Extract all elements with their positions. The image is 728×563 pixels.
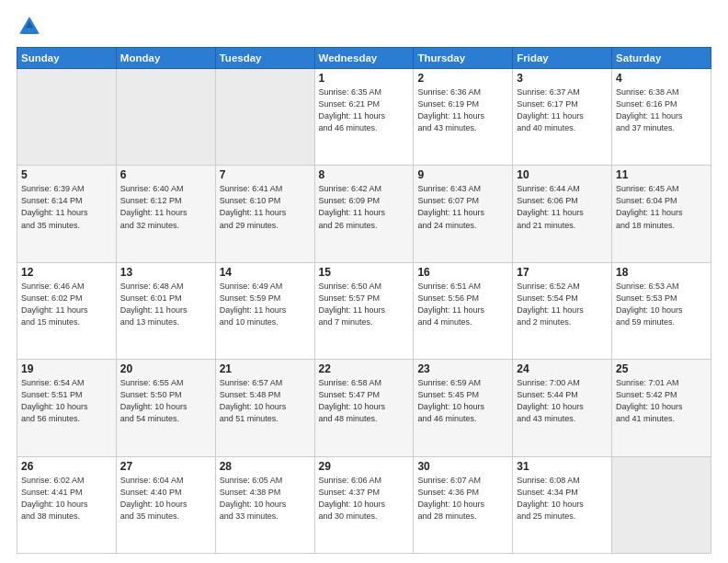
calendar-cell: 29Sunrise: 6:06 AM Sunset: 4:37 PM Dayli…	[314, 456, 414, 553]
calendar-cell: 10Sunrise: 6:44 AM Sunset: 6:06 PM Dayli…	[513, 166, 612, 262]
day-info: Sunrise: 6:59 AM Sunset: 5:45 PM Dayligh…	[417, 377, 508, 425]
calendar-cell: 16Sunrise: 6:51 AM Sunset: 5:56 PM Dayli…	[414, 262, 513, 359]
day-info: Sunrise: 7:01 AM Sunset: 5:42 PM Dayligh…	[616, 377, 707, 425]
calendar-week-row: 1Sunrise: 6:35 AM Sunset: 6:21 PM Daylig…	[17, 69, 711, 166]
calendar-cell: 8Sunrise: 6:42 AM Sunset: 6:09 PM Daylig…	[314, 166, 414, 262]
day-number: 29	[319, 460, 410, 473]
day-number: 12	[21, 266, 112, 279]
day-number: 20	[120, 362, 211, 375]
day-number: 15	[319, 266, 410, 279]
day-info: Sunrise: 6:05 AM Sunset: 4:38 PM Dayligh…	[220, 475, 311, 523]
calendar-cell: 27Sunrise: 6:04 AM Sunset: 4:40 PM Dayli…	[116, 456, 215, 553]
calendar-cell: 3Sunrise: 6:37 AM Sunset: 6:17 PM Daylig…	[513, 69, 612, 166]
calendar-cell: 12Sunrise: 6:46 AM Sunset: 6:02 PM Dayli…	[17, 262, 117, 359]
svg-rect-2	[24, 29, 35, 34]
day-number: 13	[120, 266, 211, 279]
day-info: Sunrise: 6:06 AM Sunset: 4:37 PM Dayligh…	[319, 475, 410, 523]
weekday-header-row: SundayMondayTuesdayWednesdayThursdayFrid…	[17, 48, 711, 69]
day-info: Sunrise: 6:04 AM Sunset: 4:40 PM Dayligh…	[120, 475, 211, 523]
calendar-table: SundayMondayTuesdayWednesdayThursdayFrid…	[17, 47, 711, 554]
calendar-cell: 5Sunrise: 6:39 AM Sunset: 6:14 PM Daylig…	[17, 166, 117, 262]
calendar-cell: 25Sunrise: 7:01 AM Sunset: 5:42 PM Dayli…	[612, 360, 711, 456]
day-info: Sunrise: 6:42 AM Sunset: 6:09 PM Dayligh…	[319, 183, 410, 231]
day-number: 4	[616, 72, 707, 85]
day-number: 24	[517, 362, 608, 375]
logo-icon	[17, 14, 42, 40]
day-number: 7	[220, 168, 311, 181]
calendar-cell: 23Sunrise: 6:59 AM Sunset: 5:45 PM Dayli…	[414, 360, 513, 456]
calendar-cell: 20Sunrise: 6:55 AM Sunset: 5:50 PM Dayli…	[116, 360, 215, 456]
day-number: 16	[417, 266, 508, 279]
calendar-cell	[215, 69, 314, 166]
calendar-cell: 21Sunrise: 6:57 AM Sunset: 5:48 PM Dayli…	[215, 360, 314, 456]
calendar-cell: 13Sunrise: 6:48 AM Sunset: 6:01 PM Dayli…	[116, 262, 215, 359]
calendar-cell: 30Sunrise: 6:07 AM Sunset: 4:36 PM Dayli…	[414, 456, 513, 553]
day-number: 25	[616, 362, 707, 375]
day-info: Sunrise: 6:39 AM Sunset: 6:14 PM Dayligh…	[21, 183, 112, 231]
calendar-week-row: 12Sunrise: 6:46 AM Sunset: 6:02 PM Dayli…	[17, 262, 711, 359]
weekday-header-saturday: Saturday	[612, 48, 711, 69]
day-number: 3	[517, 72, 608, 85]
calendar-cell: 15Sunrise: 6:50 AM Sunset: 5:57 PM Dayli…	[314, 262, 414, 359]
calendar-cell: 4Sunrise: 6:38 AM Sunset: 6:16 PM Daylig…	[612, 69, 711, 166]
calendar-cell: 6Sunrise: 6:40 AM Sunset: 6:12 PM Daylig…	[116, 166, 215, 262]
day-number: 23	[417, 362, 508, 375]
calendar-cell: 11Sunrise: 6:45 AM Sunset: 6:04 PM Dayli…	[612, 166, 711, 262]
day-info: Sunrise: 6:57 AM Sunset: 5:48 PM Dayligh…	[220, 377, 311, 425]
calendar-cell: 19Sunrise: 6:54 AM Sunset: 5:51 PM Dayli…	[17, 360, 117, 456]
weekday-header-sunday: Sunday	[17, 48, 117, 69]
calendar-cell: 2Sunrise: 6:36 AM Sunset: 6:19 PM Daylig…	[414, 69, 513, 166]
calendar-cell: 14Sunrise: 6:49 AM Sunset: 5:59 PM Dayli…	[215, 262, 314, 359]
weekday-header-tuesday: Tuesday	[215, 48, 314, 69]
day-number: 8	[319, 168, 410, 181]
day-info: Sunrise: 6:53 AM Sunset: 5:53 PM Dayligh…	[616, 281, 707, 328]
day-number: 18	[616, 266, 707, 279]
logo	[17, 14, 44, 40]
day-number: 21	[220, 362, 311, 375]
day-info: Sunrise: 6:43 AM Sunset: 6:07 PM Dayligh…	[417, 183, 508, 231]
calendar-cell: 31Sunrise: 6:08 AM Sunset: 4:34 PM Dayli…	[513, 456, 612, 553]
day-number: 28	[220, 460, 311, 473]
day-info: Sunrise: 6:35 AM Sunset: 6:21 PM Dayligh…	[319, 86, 410, 134]
day-info: Sunrise: 6:40 AM Sunset: 6:12 PM Dayligh…	[120, 183, 211, 231]
day-info: Sunrise: 6:55 AM Sunset: 5:50 PM Dayligh…	[120, 377, 211, 425]
calendar-cell	[612, 456, 711, 553]
day-info: Sunrise: 6:45 AM Sunset: 6:04 PM Dayligh…	[616, 183, 707, 231]
calendar-week-row: 26Sunrise: 6:02 AM Sunset: 4:41 PM Dayli…	[17, 456, 711, 553]
day-info: Sunrise: 6:54 AM Sunset: 5:51 PM Dayligh…	[21, 377, 112, 425]
day-number: 11	[616, 168, 707, 181]
day-number: 30	[417, 460, 508, 473]
day-info: Sunrise: 6:50 AM Sunset: 5:57 PM Dayligh…	[319, 281, 410, 328]
day-number: 2	[417, 72, 508, 85]
day-number: 26	[21, 460, 112, 473]
header	[17, 14, 711, 40]
day-number: 5	[21, 168, 112, 181]
day-number: 14	[220, 266, 311, 279]
day-info: Sunrise: 6:02 AM Sunset: 4:41 PM Dayligh…	[21, 475, 112, 523]
calendar-cell: 18Sunrise: 6:53 AM Sunset: 5:53 PM Dayli…	[612, 262, 711, 359]
day-info: Sunrise: 6:41 AM Sunset: 6:10 PM Dayligh…	[220, 183, 311, 231]
calendar-cell: 9Sunrise: 6:43 AM Sunset: 6:07 PM Daylig…	[414, 166, 513, 262]
weekday-header-monday: Monday	[116, 48, 215, 69]
day-info: Sunrise: 6:48 AM Sunset: 6:01 PM Dayligh…	[120, 281, 211, 328]
day-number: 22	[319, 362, 410, 375]
calendar-cell: 24Sunrise: 7:00 AM Sunset: 5:44 PM Dayli…	[513, 360, 612, 456]
day-info: Sunrise: 6:07 AM Sunset: 4:36 PM Dayligh…	[417, 475, 508, 523]
calendar-cell	[116, 69, 215, 166]
page: SundayMondayTuesdayWednesdayThursdayFrid…	[0, 0, 728, 563]
day-number: 6	[120, 168, 211, 181]
day-number: 17	[517, 266, 608, 279]
day-number: 31	[517, 460, 608, 473]
day-info: Sunrise: 6:37 AM Sunset: 6:17 PM Dayligh…	[517, 86, 608, 134]
day-info: Sunrise: 7:00 AM Sunset: 5:44 PM Dayligh…	[517, 377, 608, 425]
day-number: 9	[417, 168, 508, 181]
calendar-cell: 1Sunrise: 6:35 AM Sunset: 6:21 PM Daylig…	[314, 69, 414, 166]
day-info: Sunrise: 6:51 AM Sunset: 5:56 PM Dayligh…	[417, 281, 508, 328]
calendar-week-row: 19Sunrise: 6:54 AM Sunset: 5:51 PM Dayli…	[17, 360, 711, 456]
calendar-cell: 17Sunrise: 6:52 AM Sunset: 5:54 PM Dayli…	[513, 262, 612, 359]
calendar-cell	[17, 69, 117, 166]
day-number: 1	[319, 72, 410, 85]
day-info: Sunrise: 6:58 AM Sunset: 5:47 PM Dayligh…	[319, 377, 410, 425]
day-number: 19	[21, 362, 112, 375]
day-info: Sunrise: 6:52 AM Sunset: 5:54 PM Dayligh…	[517, 281, 608, 328]
